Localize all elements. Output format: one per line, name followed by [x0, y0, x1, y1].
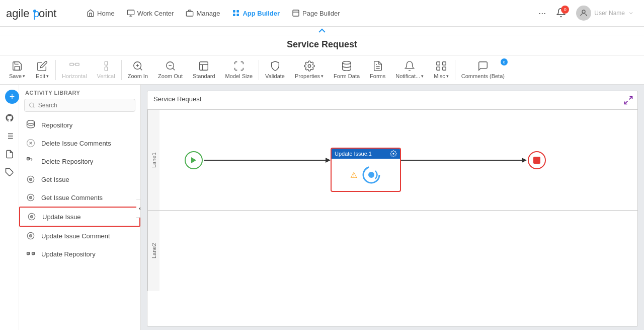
monitor-icon: [127, 9, 135, 17]
svg-rect-10: [233, 14, 235, 16]
zoom-out-button[interactable]: Zoom Out: [153, 58, 188, 81]
notifications-label: Notificat...: [395, 73, 420, 79]
svg-rect-7: [187, 12, 193, 16]
delete-comment-icon: [25, 138, 36, 149]
nav-app-builder[interactable]: App Builder: [227, 6, 285, 20]
sidebar-item-update-issue-comment[interactable]: Update Issue Comment: [19, 227, 140, 245]
nav-work-center[interactable]: Work Center: [122, 6, 179, 20]
vertical-button[interactable]: Vertical: [92, 58, 120, 81]
fullscreen-button[interactable]: [623, 95, 633, 107]
canvas-panel: Service Request Lane1: [147, 91, 638, 326]
svg-rect-50: [27, 158, 30, 160]
svg-rect-38: [443, 67, 446, 70]
activity-box[interactable]: Update Issue.1 ⚠: [331, 148, 401, 192]
standard-label: Standard: [193, 73, 215, 79]
sidebar-item-update-issue-comment-label: Update Issue Comment: [41, 232, 110, 240]
collapse-handle[interactable]: [136, 200, 141, 218]
sidebar-list: Repository Delete Issue Comments Delete …: [19, 116, 140, 263]
svg-point-54: [30, 196, 32, 199]
properties-button[interactable]: Properties▾: [290, 58, 329, 81]
svg-rect-4: [127, 10, 134, 15]
sidebar-icon-github[interactable]: [3, 111, 17, 125]
model-size-button[interactable]: Model Size: [220, 58, 258, 81]
svg-rect-8: [233, 10, 235, 13]
nav-page-builder-label: Page Builder: [302, 10, 340, 17]
form-data-button[interactable]: Form Data: [329, 58, 365, 81]
activity-spinner: [361, 165, 381, 185]
svg-point-52: [30, 178, 32, 181]
nav-more-button[interactable]: ···: [534, 5, 550, 22]
form-data-label: Form Data: [334, 73, 360, 79]
validate-button[interactable]: Validate: [260, 58, 290, 81]
sidebar-item-update-repository[interactable]: Update Repository: [19, 245, 140, 263]
document-icon: [5, 150, 14, 159]
nav-manage[interactable]: Manage: [181, 6, 225, 20]
horizontal-button[interactable]: Horizontal: [57, 58, 92, 81]
sidebar-icon-document[interactable]: [3, 147, 17, 161]
sidebar-left-icons: [0, 85, 19, 330]
sidebar: + ACTIVITY LIBRARY: [0, 85, 141, 330]
sidebar-item-update-issue[interactable]: Update Issue: [19, 207, 140, 227]
sidebar-item-get-issue[interactable]: Get Issue: [19, 170, 140, 188]
svg-rect-11: [237, 14, 239, 16]
standard-button[interactable]: Standard: [188, 58, 220, 81]
sidebar-item-update-issue-label: Update Issue: [42, 213, 81, 221]
lane-2: Lane2: [147, 210, 637, 291]
avatar-circle: [576, 6, 591, 21]
notifications-button[interactable]: Notificat...▾: [390, 58, 429, 81]
sidebar-item-update-repository-label: Update Repository: [41, 250, 96, 258]
vertical-icon: [101, 60, 112, 72]
properties-label: Properties: [295, 73, 320, 79]
sidebar-icon-tag[interactable]: [3, 165, 17, 179]
sidebar-item-delete-repository[interactable]: Delete Repository: [19, 152, 140, 170]
svg-marker-64: [326, 158, 331, 163]
end-node[interactable]: [528, 151, 546, 169]
edit-label: Edit: [36, 73, 45, 79]
chevron-row[interactable]: [0, 27, 644, 35]
sidebar-item-get-issue-comments[interactable]: Get Issue Comments: [19, 188, 140, 207]
search-input[interactable]: [38, 102, 131, 109]
model-size-icon: [233, 60, 245, 72]
main-area: + ACTIVITY LIBRARY: [0, 85, 644, 330]
horizontal-label: Horizontal: [62, 73, 87, 79]
save-label: Save: [9, 73, 22, 79]
add-activity-button[interactable]: +: [5, 90, 19, 104]
zoom-in-button[interactable]: Zoom In: [123, 58, 153, 81]
misc-button[interactable]: Misc▾: [429, 58, 454, 81]
search-icon: [29, 102, 35, 109]
svg-rect-15: [70, 63, 73, 66]
save-icon: [12, 60, 23, 72]
sidebar-item-repository[interactable]: Repository: [19, 116, 140, 134]
svg-rect-59: [27, 252, 30, 255]
forms-button[interactable]: Forms: [365, 58, 390, 81]
svg-point-58: [30, 235, 32, 237]
svg-rect-19: [105, 67, 108, 71]
svg-line-22: [140, 68, 142, 70]
sidebar-icon-list[interactable]: [3, 129, 17, 143]
nav-avatar[interactable]: User Name: [572, 4, 638, 23]
canvas-area: Service Request Lane1: [141, 85, 644, 330]
notifications-icon: [404, 60, 415, 72]
zoom-in-label: Zoom In: [128, 73, 148, 79]
svg-rect-16: [75, 63, 79, 66]
nav-page-builder[interactable]: Page Builder: [287, 6, 345, 20]
svg-point-46: [30, 103, 34, 107]
svg-point-32: [343, 61, 351, 64]
logo[interactable]: agile p oint: [6, 5, 71, 21]
page-title: Service Request: [0, 35, 644, 55]
nav-bell[interactable]: 0: [552, 5, 570, 22]
svg-line-61: [629, 97, 632, 100]
svg-rect-37: [437, 67, 440, 70]
activity-settings-icon[interactable]: [390, 150, 397, 157]
comments-button[interactable]: 0 Comments (Beta): [456, 58, 510, 81]
lane-2-content[interactable]: [159, 211, 637, 291]
horizontal-icon: [69, 60, 80, 72]
lane-1-content: Update Issue.1 ⚠: [159, 110, 637, 210]
search-box[interactable]: [24, 99, 135, 112]
start-node[interactable]: [185, 151, 203, 169]
toolbar: Save▾ Edit▾ Horizontal Vertical Zoom In …: [0, 55, 644, 85]
nav-home[interactable]: Home: [82, 6, 120, 20]
edit-button[interactable]: Edit▾: [30, 58, 54, 81]
save-button[interactable]: Save▾: [4, 58, 30, 81]
sidebar-item-delete-issue-comments[interactable]: Delete Issue Comments: [19, 134, 140, 152]
